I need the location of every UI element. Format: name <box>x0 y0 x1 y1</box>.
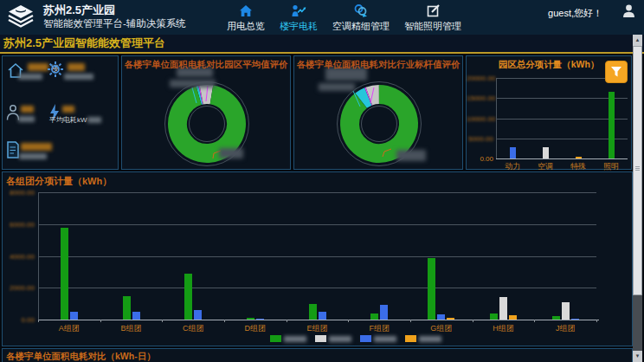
legend-swatch <box>270 335 281 342</box>
legend-label-redacted <box>419 336 441 342</box>
bar-F组团-green[interactable] <box>370 314 378 320</box>
nav-item-lighting-management[interactable]: 智能照明管理 <box>404 3 461 33</box>
legend-label-redacted <box>374 336 396 342</box>
legend-item-blue[interactable] <box>360 335 396 342</box>
panel-title: 各楼宇单位面积电耗对比（kWh-日） <box>3 349 632 362</box>
brand-subtitle: 智能能效管理平台-辅助决策系统 <box>43 17 186 30</box>
filter-button[interactable] <box>605 61 628 83</box>
legend-swatch <box>360 335 371 342</box>
bar-E组团-blue[interactable] <box>319 312 326 320</box>
funnel-icon <box>606 61 627 82</box>
nav-item-label: 空调精细管理 <box>332 20 390 33</box>
bar-空调[interactable] <box>543 147 549 158</box>
brand-title: 苏州2.5产业园 <box>43 3 186 17</box>
bar-J组团-gray[interactable] <box>562 302 570 320</box>
x-axis-tick <box>348 320 349 322</box>
legend-swatch <box>315 335 326 342</box>
scrollbar-thumb[interactable] <box>633 46 642 295</box>
stat-label-redacted <box>64 74 93 80</box>
gridline <box>38 192 596 193</box>
y-axis-tick-label: 6000.00 <box>3 221 35 229</box>
x-axis-tick <box>162 320 163 322</box>
x-axis-tick <box>473 320 473 322</box>
legend-item-gray[interactable] <box>315 335 351 342</box>
nav-item-building-energy[interactable]: 楼宇电耗 <box>280 3 318 33</box>
donut-slice-cyan[interactable] <box>199 95 201 96</box>
nav-item-power-overview[interactable]: 用电总览 <box>227 3 265 33</box>
stat-label-redacted <box>18 116 35 122</box>
bar-H组团-gray[interactable] <box>499 297 507 320</box>
donut-inner-ring <box>362 107 397 142</box>
x-axis-line <box>38 320 599 320</box>
legend-swatch <box>405 335 416 342</box>
y-axis-tick-label: 0.00 <box>3 316 35 324</box>
legend-label-redacted <box>284 336 306 342</box>
building-energy-icon <box>291 3 306 18</box>
donut-slice-gray[interactable] <box>202 94 212 95</box>
bar-G组团-blue[interactable] <box>437 314 445 320</box>
bar-D组团-green[interactable] <box>247 318 254 320</box>
bar-E组团-green[interactable] <box>309 304 317 320</box>
scrollbar-down-arrow[interactable]: ▼ <box>633 351 642 362</box>
bar-J组团-blue[interactable] <box>571 319 579 320</box>
y-axis-tick-label: 8000.00 <box>3 189 35 197</box>
bar-动力[interactable] <box>510 147 516 158</box>
nav-item-label: 楼宇电耗 <box>280 20 318 33</box>
panel-title: 各楼宇单位面积电耗对比行业标杆值评价 <box>294 56 462 71</box>
y-axis-line <box>38 192 39 320</box>
bar-C组团-green[interactable] <box>184 274 192 320</box>
bar-A组团-green[interactable] <box>61 228 68 320</box>
lighting-edit-icon <box>426 3 441 18</box>
x-axis-line <box>496 158 628 159</box>
y-axis-line <box>496 78 497 158</box>
bar-H组团-orange[interactable] <box>509 315 517 320</box>
x-axis-category-label: J组团 <box>556 323 576 334</box>
greeting-text: guest,您好！ <box>548 7 602 20</box>
bar-A组团-blue[interactable] <box>70 312 78 320</box>
main-nav: 用电总览 楼宇电耗 空调精细管理 智能照明管理 <box>227 3 461 33</box>
legend-item-orange[interactable] <box>405 335 441 342</box>
x-axis-tick <box>287 320 287 322</box>
gear-icon <box>46 60 65 79</box>
donut-slice-green[interactable] <box>350 94 409 153</box>
stat-value-redacted <box>68 63 85 71</box>
donut-inner-ring <box>190 107 225 142</box>
home-icon <box>238 3 254 18</box>
x-axis-category-label: A组团 <box>59 323 80 334</box>
x-axis-tick <box>596 320 597 322</box>
donut-slice-cyan[interactable] <box>361 96 368 100</box>
bar-B组团-green[interactable] <box>123 296 131 320</box>
redacted-callout-label <box>319 83 355 91</box>
y-axis-tick-label: 2000.00 <box>3 284 35 292</box>
bar-J组团-green[interactable] <box>552 316 560 320</box>
donut-slice-gray[interactable] <box>369 94 379 96</box>
page-title: 苏州2.5产业园智能能效管理平台 <box>3 36 165 49</box>
scrollbar-up-arrow[interactable]: ▲ <box>633 35 642 46</box>
y-axis-tick-label: 15000.00 <box>467 94 493 102</box>
brand-text: 苏州2.5产业园 智能能效管理平台-辅助决策系统 <box>43 3 186 30</box>
bar-D组团-blue[interactable] <box>256 319 264 320</box>
donut-panel-park-average: 各楼宇单位面积电耗对比园区平均值评价 <box>121 55 291 170</box>
chart-legend <box>270 335 441 342</box>
bar-C组团-blue[interactable] <box>194 310 202 320</box>
nav-item-label: 智能照明管理 <box>404 20 461 33</box>
y-axis-tick-label: 4000.00 <box>3 253 35 261</box>
legend-item-green[interactable] <box>270 335 306 342</box>
group-chart-panel: 各组团分项计量（kWh） 8000.006000.004000.002000.0… <box>2 171 633 346</box>
vertical-scrollbar[interactable]: ▲ ▼ <box>633 35 642 362</box>
stat-value-redacted <box>62 106 74 113</box>
brand: 苏州2.5产业园 智能能效管理平台-辅助决策系统 <box>5 3 186 30</box>
x-axis-category-label: B组团 <box>120 323 141 334</box>
x-axis-category-label: F组团 <box>369 323 390 334</box>
user-icon[interactable] <box>622 4 635 18</box>
bar-G组团-green[interactable] <box>428 258 435 320</box>
bar-G组团-orange[interactable] <box>447 318 454 320</box>
bar-照明[interactable] <box>609 92 615 158</box>
bar-B组团-blue[interactable] <box>132 312 140 320</box>
bar-H组团-green[interactable] <box>490 314 498 320</box>
sidebar-stats-panel: 楼 平均电耗kW <box>2 55 119 170</box>
bar-F组团-blue[interactable] <box>380 305 388 320</box>
bar-特殊[interactable] <box>576 157 582 158</box>
summary-chart-panel: 园区总分项计量（kWh） 20000.0015000.0010000.00500… <box>466 55 632 170</box>
nav-item-hvac-management[interactable]: 空调精细管理 <box>332 3 390 33</box>
